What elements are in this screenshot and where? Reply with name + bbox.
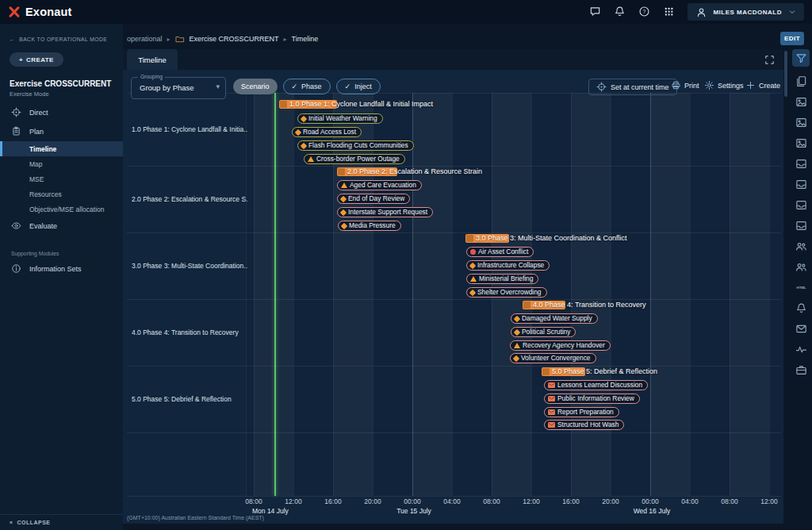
sidebar-item-information-sets[interactable]: Information Sets <box>0 259 123 278</box>
grouping-select[interactable]: Grouping Group by Phase ▾ <box>131 77 226 99</box>
axis-tick-label: 16:00 <box>562 497 579 505</box>
vertical-scrollbar[interactable] <box>784 51 787 97</box>
timeline-row-label: 3.0 Phase 3: Multi-State Coordination... <box>132 262 247 270</box>
fullscreen-icon[interactable] <box>764 54 775 64</box>
sidebar-item-resources[interactable]: Resources <box>0 186 123 202</box>
inject-initial-weather-warning[interactable]: Initial Weather Warning <box>297 113 383 124</box>
account-menu[interactable]: MILES MACDONALD <box>688 3 804 21</box>
create-label: Create <box>759 82 780 90</box>
grouping-value: Group by Phase <box>140 83 194 92</box>
bell-icon[interactable] <box>795 301 807 314</box>
timeline-row-label: 4.0 Phase 4: Transition to Recovery <box>132 328 247 336</box>
phase-bar-4[interactable]: 4.0 Phase 4: Transition to Recovery <box>523 301 565 309</box>
tray-icon-4[interactable] <box>795 219 807 232</box>
inject-structured-hot-wash[interactable]: Structured Hot Wash <box>544 420 624 430</box>
set-at-current-time-button[interactable]: Set at current time <box>588 79 677 95</box>
inject-recovery-agency-handover[interactable]: Recovery Agency Handover <box>510 340 611 351</box>
inject-interstate-support-request[interactable]: Interstate Support Request <box>337 207 433 217</box>
inject-end-of-day-review[interactable]: End of Day Review <box>337 194 410 204</box>
inject-media-pressure[interactable]: Media Pressure <box>338 221 401 231</box>
settings-button[interactable]: Settings <box>704 80 744 90</box>
inject-label: Damaged Water Supply <box>522 313 592 324</box>
create-label: CREATE <box>26 56 54 63</box>
inject-air-asset-conflict[interactable]: Air Asset Conflict <box>466 247 534 257</box>
axis-tick-label: 12:00 <box>523 497 539 505</box>
filter-icon[interactable] <box>792 49 810 67</box>
svg-text:?: ? <box>643 9 646 14</box>
inject-label: Recovery Agency Handover <box>523 340 605 351</box>
inject-damaged-water-supply[interactable]: Damaged Water Supply <box>511 313 598 324</box>
users-icon-2[interactable] <box>795 260 807 273</box>
plus-icon: + <box>19 56 23 63</box>
chat-icon[interactable] <box>589 6 602 18</box>
topbar-actions: ? MILES MACDONALD <box>589 3 804 21</box>
phase-bar-3[interactable]: 3.0 Phase 3: Multi-State Coordination & … <box>465 234 509 243</box>
inject-lessons-learned-discussion[interactable]: Lessons Learned Discussion <box>544 380 648 390</box>
sidebar-item-map[interactable]: Map <box>0 156 123 171</box>
diamond-icon <box>469 262 476 268</box>
timeline-row-label: 1.0 Phase 1: Cyclone Landfall & Initia..… <box>132 125 247 133</box>
html-icon[interactable]: HTML <box>795 281 807 294</box>
timeline-row-label: 2.0 Phase 2: Escalation & Resource S... <box>132 195 247 203</box>
bell-icon[interactable] <box>614 6 626 18</box>
sidebar-item-objective-mse-allocation[interactable]: Objective/MSE allocation <box>0 202 123 217</box>
diamond-icon <box>301 115 307 121</box>
help-icon[interactable]: ? <box>638 6 651 18</box>
create-inject-button[interactable]: Create <box>745 80 780 90</box>
inject-label: Shelter Overcrowding <box>477 287 542 298</box>
inject-infrastructure-collapse[interactable]: Infrastructure Collapse <box>466 260 550 271</box>
brand[interactable]: Exonaut <box>8 6 72 18</box>
edit-button[interactable]: EDIT <box>780 32 804 45</box>
sidebar-item-mse[interactable]: MSE <box>0 171 123 186</box>
warning-triangle-icon <box>514 343 520 348</box>
sidebar-item-evaluate[interactable]: Evaluate <box>0 217 123 236</box>
card-image-icon-2[interactable] <box>795 116 807 129</box>
sidebar-item-direct[interactable]: Direct <box>0 103 123 122</box>
chip-label: Scenario <box>241 83 270 90</box>
inject-ministerial-briefing[interactable]: Ministerial Briefing <box>466 274 538 284</box>
briefcase-icon[interactable] <box>795 363 807 376</box>
info-icon <box>11 263 22 275</box>
card-image-icon[interactable] <box>795 95 807 108</box>
phase-bar-2[interactable]: 2.0 Phase 2: Escalation & Resource Strai… <box>337 167 397 176</box>
tray-icon[interactable] <box>795 157 807 170</box>
pages-icon[interactable] <box>795 75 807 87</box>
card-image-icon-3[interactable] <box>795 136 807 149</box>
inject-label: Report Preparation <box>557 407 614 417</box>
inject-political-scrutiny[interactable]: Political Scrutiny <box>511 327 576 337</box>
phase-bar-5[interactable]: 5.0 Phase 5: Debrief & Reflection <box>542 367 585 376</box>
filter-chip-scenario[interactable]: Scenario <box>233 79 278 94</box>
back-to-operational-mode[interactable]: ← BACK TO OPERATIONAL MODE <box>10 36 107 42</box>
inject-cross-border-power-outage[interactable]: Cross-border Power Outage <box>304 154 405 164</box>
phase-bar-label: 4.0 Phase 4: Transition to Recovery <box>533 301 646 309</box>
envelope-icon <box>548 422 555 428</box>
tray-icon-3[interactable] <box>795 198 807 211</box>
day-boundary-line <box>650 93 651 496</box>
inject-aged-care-evacuation[interactable]: Aged Care Evacuation <box>337 180 422 190</box>
phase-bar-1[interactable]: 1.0 Phase 1: Cyclone Landfall & Initial … <box>279 100 337 109</box>
tray-icon-2[interactable] <box>795 178 807 190</box>
filter-chip-inject[interactable]: ✓Inject <box>336 79 381 94</box>
print-button[interactable]: Print <box>671 80 699 90</box>
inject-road-access-lost[interactable]: Road Access Lost <box>292 127 362 137</box>
sidebar-create-button[interactable]: + CREATE <box>10 52 63 67</box>
apps-grid-icon[interactable] <box>663 6 676 18</box>
users-icon[interactable] <box>795 240 807 252</box>
tab-timeline[interactable]: Timeline <box>127 49 178 70</box>
day-boundary-line <box>412 93 413 496</box>
inject-report-preparation[interactable]: Report Preparation <box>544 407 619 417</box>
inject-shelter-overcrowding[interactable]: Shelter Overcrowding <box>466 287 547 298</box>
mail-icon[interactable] <box>795 322 807 335</box>
axis-day-label: Tue 15 July <box>396 507 431 515</box>
right-tool-rail: HTML <box>790 49 812 376</box>
inject-volunteer-convergence[interactable]: Volunteer Convergence <box>510 353 596 363</box>
filter-chip-phase[interactable]: ✓Phase <box>283 79 331 94</box>
inject-flash-flooding-cuts-communities[interactable]: Flash Flooding Cuts Communities <box>297 140 414 151</box>
sidebar-item-plan[interactable]: Plan <box>0 122 123 141</box>
breadcrumb-exercise[interactable]: Exercise CROSSCURRENT <box>190 35 279 43</box>
sidebar-item-timeline[interactable]: Timeline <box>0 141 123 156</box>
collapse-button[interactable]: « COLLAPSE <box>0 514 123 530</box>
inject-public-information-review[interactable]: Public Information Review <box>544 394 640 404</box>
activity-icon[interactable] <box>795 343 807 355</box>
breadcrumb-root[interactable]: operational <box>127 35 163 43</box>
